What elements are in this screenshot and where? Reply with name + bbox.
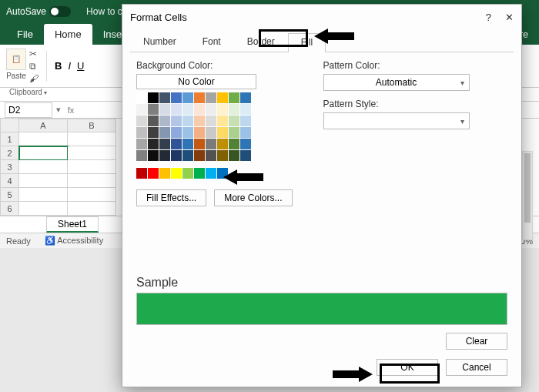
color-swatch[interactable]	[240, 127, 251, 138]
tab-file[interactable]: File	[6, 24, 44, 45]
cancel-button[interactable]: Cancel	[446, 359, 507, 376]
cut-icon[interactable]: ✂	[29, 49, 38, 59]
color-swatch[interactable]	[136, 116, 147, 126]
row-header[interactable]: 2	[0, 146, 19, 160]
cell[interactable]	[19, 160, 68, 174]
color-swatch[interactable]	[217, 139, 228, 149]
fx-icon[interactable]: fx	[65, 106, 77, 115]
color-swatch[interactable]	[182, 139, 193, 149]
status-accessibility[interactable]: ♿ Accessibility	[45, 236, 103, 246]
color-swatch[interactable]	[159, 127, 170, 138]
color-swatch[interactable]	[206, 127, 216, 138]
pattern-color-dropdown[interactable]: Automatic	[323, 74, 470, 91]
color-swatch[interactable]	[217, 168, 228, 179]
fill-effects-button[interactable]: Fill Effects...	[136, 189, 206, 206]
color-swatch[interactable]	[206, 116, 216, 126]
italic-button[interactable]: I	[68, 60, 71, 72]
vertical-scrollbar[interactable]	[522, 151, 533, 240]
color-swatch[interactable]	[171, 127, 182, 138]
color-swatch[interactable]	[240, 116, 251, 126]
color-swatch[interactable]	[229, 150, 239, 161]
color-swatch[interactable]	[182, 92, 193, 103]
underline-button[interactable]: U	[77, 60, 84, 72]
cell[interactable]	[68, 132, 116, 146]
cell[interactable]	[19, 188, 68, 202]
cell[interactable]	[19, 174, 68, 188]
col-header[interactable]: A	[19, 119, 68, 132]
color-swatch[interactable]	[182, 150, 193, 161]
color-swatch[interactable]	[240, 104, 251, 115]
color-swatch[interactable]	[171, 104, 182, 115]
color-swatch[interactable]	[194, 150, 205, 161]
color-swatch[interactable]	[229, 127, 239, 138]
color-swatch[interactable]	[159, 116, 170, 126]
cell[interactable]	[68, 160, 116, 174]
color-swatch[interactable]	[148, 127, 159, 138]
color-swatch[interactable]	[217, 116, 228, 126]
color-swatch[interactable]	[171, 168, 182, 179]
color-swatch[interactable]	[159, 150, 170, 161]
color-swatch[interactable]	[182, 168, 193, 179]
color-swatch[interactable]	[148, 92, 159, 103]
color-swatch[interactable]	[229, 92, 239, 103]
color-swatch[interactable]	[194, 116, 205, 126]
color-swatch[interactable]	[217, 104, 228, 115]
row-header[interactable]: 3	[0, 160, 19, 174]
color-swatch[interactable]	[171, 139, 182, 149]
bold-button[interactable]: B	[55, 60, 62, 72]
close-icon[interactable]: ✕	[505, 12, 514, 23]
color-swatch[interactable]	[240, 139, 251, 149]
no-color-button[interactable]: No Color	[136, 74, 256, 89]
color-swatch[interactable]	[217, 150, 228, 161]
cell[interactable]	[68, 146, 116, 160]
color-swatch[interactable]	[206, 168, 216, 179]
tab-border[interactable]: Border	[234, 32, 288, 52]
color-swatch[interactable]	[171, 92, 182, 103]
color-swatch[interactable]	[194, 127, 205, 138]
color-swatch[interactable]	[182, 127, 193, 138]
color-swatch[interactable]	[206, 150, 216, 161]
row-header[interactable]: 6	[0, 202, 19, 216]
col-header[interactable]: B	[68, 119, 116, 132]
clipboard-group-label[interactable]: Clipboard	[9, 88, 47, 96]
more-colors-button[interactable]: More Colors...	[214, 189, 292, 206]
color-swatch[interactable]	[240, 150, 251, 161]
ok-button[interactable]: OK	[377, 359, 438, 376]
color-swatch[interactable]	[229, 116, 239, 126]
row-header[interactable]: 5	[0, 188, 19, 202]
color-swatch[interactable]	[159, 92, 170, 103]
color-swatch[interactable]	[206, 104, 216, 115]
color-swatch[interactable]	[136, 150, 147, 161]
format-painter-icon[interactable]: 🖌	[29, 73, 38, 84]
color-swatch[interactable]	[159, 139, 170, 149]
row-header[interactable]: 1	[0, 132, 19, 146]
row-header[interactable]: 4	[0, 174, 19, 188]
color-swatch[interactable]	[182, 116, 193, 126]
tab-fill[interactable]: Fill	[288, 33, 326, 52]
color-swatch[interactable]	[136, 92, 147, 103]
cell[interactable]	[68, 188, 116, 202]
paste-button[interactable]: 📋 Paste	[6, 49, 26, 84]
color-swatch[interactable]	[182, 104, 193, 115]
tab-number[interactable]: Number	[130, 32, 189, 52]
color-swatch[interactable]	[136, 104, 147, 115]
color-swatch[interactable]	[136, 168, 147, 179]
color-swatch[interactable]	[229, 104, 239, 115]
color-swatch[interactable]	[159, 168, 170, 179]
color-swatch[interactable]	[194, 139, 205, 149]
color-swatch[interactable]	[217, 92, 228, 103]
name-box[interactable]: D2	[5, 102, 52, 118]
autosave-toggle[interactable]: AutoSave	[6, 6, 71, 17]
color-swatch[interactable]	[217, 127, 228, 138]
select-all-corner[interactable]	[0, 119, 19, 132]
namebox-dropdown-icon[interactable]: ▾	[52, 105, 65, 115]
pattern-style-dropdown[interactable]	[323, 112, 470, 129]
color-swatch[interactable]	[194, 168, 205, 179]
color-swatch[interactable]	[206, 92, 216, 103]
color-swatch[interactable]	[240, 92, 251, 103]
color-swatch[interactable]	[171, 150, 182, 161]
color-swatch[interactable]	[148, 139, 159, 149]
sheet-tab[interactable]: Sheet1	[46, 216, 99, 233]
color-swatch[interactable]	[148, 168, 159, 179]
color-swatch[interactable]	[148, 116, 159, 126]
